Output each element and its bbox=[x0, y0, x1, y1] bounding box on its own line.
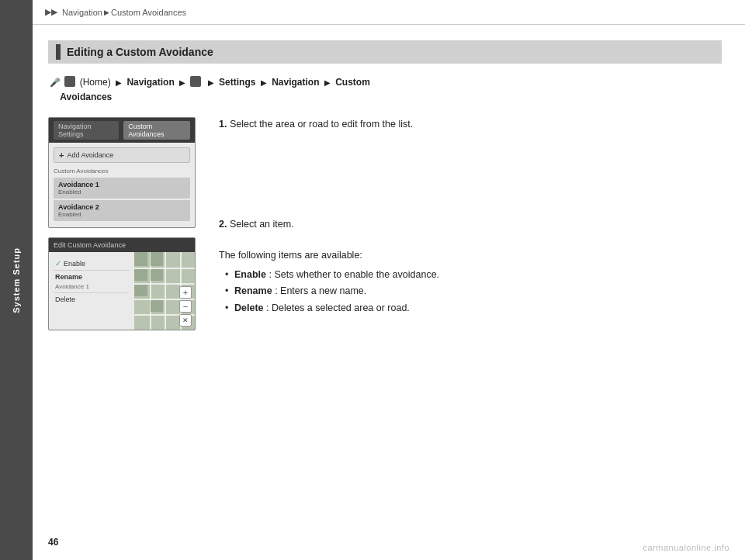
add-icon: + bbox=[59, 150, 64, 160]
screen1-mockup: Navigation Settings Custom Avoidances + … bbox=[48, 117, 196, 228]
sidebar: System Setup bbox=[0, 0, 33, 560]
instructions-panel: 1. Select the area or road to edit from … bbox=[211, 117, 722, 316]
add-avoidance-label: Add Avoidance bbox=[67, 151, 113, 159]
map-action-button[interactable]: ✕ bbox=[179, 314, 192, 327]
nav-nav2: Navigation bbox=[272, 77, 319, 88]
step2-text: Select an item. bbox=[230, 219, 294, 230]
screen2-map: + − ✕ bbox=[134, 252, 195, 330]
term-enable: Enable bbox=[234, 269, 266, 280]
check-icon: ✓ bbox=[55, 259, 61, 268]
desc-delete: : Deletes a selected area or road. bbox=[266, 302, 410, 313]
term-rename: Rename bbox=[234, 285, 272, 296]
screen1-tab1: Navigation Settings bbox=[54, 121, 119, 140]
list-item-delete: Delete : Deletes a selected area or road… bbox=[225, 300, 722, 316]
nav-arrow2: ▶ bbox=[179, 78, 185, 87]
content-area: Editing a Custom Avoidance 🎤 (Home) ▶ Na… bbox=[33, 25, 745, 560]
screenshot-column: Navigation Settings Custom Avoidances + … bbox=[48, 117, 196, 330]
screenshots-row: Navigation Settings Custom Avoidances + … bbox=[48, 117, 722, 330]
zoom-out-button[interactable]: − bbox=[179, 300, 192, 313]
mic-icon: 🎤 bbox=[50, 78, 61, 87]
nav-arrow4: ▶ bbox=[261, 78, 267, 87]
nav-arrow3: ▶ bbox=[208, 78, 214, 87]
menu-enable-label: Enable bbox=[64, 260, 85, 268]
step-1: 1. Select the area or road to edit from … bbox=[219, 117, 722, 132]
section-heading: Editing a Custom Avoidance bbox=[48, 40, 722, 64]
nav-custom: Custom bbox=[335, 77, 370, 88]
heading-text: Editing a Custom Avoidance bbox=[67, 46, 213, 58]
home-label: (Home) bbox=[80, 77, 111, 88]
watermark: carmanualonline.info bbox=[643, 543, 729, 552]
home-icon bbox=[64, 76, 75, 87]
map-controls: + − ✕ bbox=[179, 286, 192, 327]
menu-item-enable[interactable]: ✓ Enable bbox=[54, 257, 130, 271]
breadcrumb-custom: Custom Avoidances bbox=[111, 8, 186, 17]
breadcrumb-arrows: ▶▶ bbox=[45, 7, 57, 17]
nav-settings: Settings bbox=[219, 77, 255, 88]
step-2: 2. Select an item. bbox=[219, 217, 722, 232]
item1-status: Enabled bbox=[58, 188, 185, 195]
sidebar-label: System Setup bbox=[12, 247, 21, 313]
step1-text: Select the area or road to edit from the… bbox=[230, 119, 413, 130]
nav-arrow5: ▶ bbox=[324, 78, 331, 87]
list-item-1[interactable]: Avoidance 1 Enabled bbox=[54, 178, 190, 199]
list-item-rename: Rename : Enters a new name. bbox=[225, 283, 722, 299]
screen1-body: + Add Avoidance Custom Avoidances Avoida… bbox=[49, 143, 195, 227]
menu-item-rename[interactable]: Rename Avoidance 1 bbox=[54, 271, 130, 293]
zoom-in-button[interactable]: + bbox=[179, 286, 192, 299]
main-content: ▶▶ Navigation ▶ Custom Avoidances Editin… bbox=[33, 0, 745, 560]
nav-path: 🎤 (Home) ▶ Navigation ▶ ▶ Settings ▶ Nav… bbox=[48, 74, 722, 105]
breadcrumb-nav: Navigation bbox=[62, 8, 102, 17]
desc-enable: : Sets whether to enable the avoidance. bbox=[269, 269, 439, 280]
breadcrumb-arrow2: ▶ bbox=[104, 9, 109, 16]
menu-delete-label: Delete bbox=[55, 296, 75, 303]
item2-status: Enabled bbox=[58, 211, 185, 218]
add-avoidance-btn[interactable]: + Add Avoidance bbox=[54, 147, 190, 163]
nav-nav1: Navigation bbox=[126, 77, 174, 88]
menu-item-delete[interactable]: Delete bbox=[54, 293, 130, 306]
screen1-tab2: Custom Avoidances bbox=[123, 121, 190, 140]
step1-number: 1. bbox=[219, 119, 227, 130]
menu-rename-label: Rename bbox=[55, 273, 82, 281]
list-item-2[interactable]: Avoidance 2 Enabled bbox=[54, 200, 190, 221]
breadcrumb: ▶▶ Navigation ▶ Custom Avoidances bbox=[45, 7, 186, 17]
screen2-title: Edit Custom Avoidance bbox=[54, 241, 190, 249]
bullet-list: Enable : Sets whether to enable the avoi… bbox=[219, 267, 722, 316]
nav-menu-icon bbox=[190, 76, 201, 87]
following-intro: The following items are available: bbox=[219, 247, 722, 264]
screen2-mockup: Edit Custom Avoidance ✓ Enable Rename Av… bbox=[48, 237, 196, 330]
screen2-header: Edit Custom Avoidance bbox=[49, 238, 195, 252]
heading-bar bbox=[56, 44, 61, 60]
list-item-enable: Enable : Sets whether to enable the avoi… bbox=[225, 267, 722, 283]
screen1-header: Navigation Settings Custom Avoidances bbox=[49, 118, 195, 143]
term-delete: Delete bbox=[234, 302, 264, 313]
page-number: 46 bbox=[48, 537, 58, 548]
custom-list-header: Custom Avoidances bbox=[54, 168, 190, 175]
item2-name: Avoidance 2 bbox=[58, 203, 185, 211]
nav-avoidances: Avoidances bbox=[60, 92, 112, 102]
screen2-menu: ✓ Enable Rename Avoidance 1 Delete bbox=[49, 252, 134, 330]
nav-arrow1: ▶ bbox=[116, 78, 122, 87]
desc-rename: : Enters a new name. bbox=[275, 285, 366, 296]
header-bar: ▶▶ Navigation ▶ Custom Avoidances bbox=[33, 0, 745, 25]
menu-rename-sub: Avoidance 1 bbox=[55, 283, 89, 290]
item1-name: Avoidance 1 bbox=[58, 181, 185, 188]
step2-number: 2. bbox=[219, 219, 227, 230]
screen2-body: ✓ Enable Rename Avoidance 1 Delete bbox=[49, 252, 195, 330]
